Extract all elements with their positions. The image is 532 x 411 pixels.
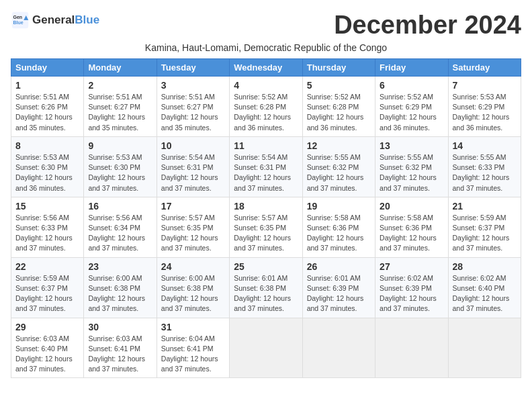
calendar-week-row: 15Sunrise: 5:56 AMSunset: 6:33 PMDayligh… <box>11 197 521 257</box>
calendar-day-cell: 23Sunrise: 6:00 AMSunset: 6:38 PMDayligh… <box>84 257 157 318</box>
calendar-day-cell: 11Sunrise: 5:54 AMSunset: 6:31 PMDayligh… <box>230 136 302 197</box>
day-info: Sunrise: 5:55 AMSunset: 6:32 PMDaylight:… <box>307 153 364 192</box>
day-number: 28 <box>453 261 517 272</box>
day-number: 8 <box>15 140 79 151</box>
day-info: Sunrise: 6:04 AMSunset: 6:41 PMDaylight:… <box>161 334 218 373</box>
calendar-week-row: 8Sunrise: 5:53 AMSunset: 6:30 PMDaylight… <box>11 136 521 197</box>
day-number: 4 <box>234 80 298 91</box>
day-info: Sunrise: 5:58 AMSunset: 6:36 PMDaylight:… <box>380 214 437 253</box>
calendar-day-cell: 28Sunrise: 6:02 AMSunset: 6:40 PMDayligh… <box>448 257 521 318</box>
calendar-day-cell: 17Sunrise: 5:57 AMSunset: 6:35 PMDayligh… <box>157 197 229 257</box>
calendar-day-cell: 20Sunrise: 5:58 AMSunset: 6:36 PMDayligh… <box>375 197 448 257</box>
calendar-day-cell: 6Sunrise: 5:52 AMSunset: 6:29 PMDaylight… <box>375 77 448 137</box>
day-info: Sunrise: 5:54 AMSunset: 6:31 PMDaylight:… <box>161 153 218 192</box>
day-number: 23 <box>88 261 152 272</box>
day-number: 15 <box>15 201 79 212</box>
calendar-day-cell: 14Sunrise: 5:55 AMSunset: 6:33 PMDayligh… <box>448 136 521 197</box>
day-info: Sunrise: 6:03 AMSunset: 6:41 PMDaylight:… <box>88 334 145 373</box>
day-number: 24 <box>161 261 225 272</box>
day-info: Sunrise: 5:59 AMSunset: 6:37 PMDaylight:… <box>15 274 73 313</box>
calendar-day-cell: 30Sunrise: 6:03 AMSunset: 6:41 PMDayligh… <box>84 318 157 378</box>
day-info: Sunrise: 5:54 AMSunset: 6:31 PMDaylight:… <box>234 153 291 192</box>
day-info: Sunrise: 5:56 AMSunset: 6:33 PMDaylight:… <box>15 214 73 253</box>
calendar-empty-cell <box>230 318 302 378</box>
logo-icon: Gen Blue <box>11 11 30 30</box>
calendar-day-cell: 25Sunrise: 6:01 AMSunset: 6:38 PMDayligh… <box>230 257 302 318</box>
calendar-day-cell: 7Sunrise: 5:53 AMSunset: 6:29 PMDaylight… <box>448 77 521 137</box>
day-number: 19 <box>307 201 371 212</box>
calendar-day-cell: 2Sunrise: 5:51 AMSunset: 6:27 PMDaylight… <box>84 77 157 137</box>
calendar-day-cell: 8Sunrise: 5:53 AMSunset: 6:30 PMDaylight… <box>11 136 84 197</box>
calendar-day-cell: 18Sunrise: 5:57 AMSunset: 6:35 PMDayligh… <box>230 197 302 257</box>
day-number: 17 <box>161 201 225 212</box>
calendar-day-cell: 15Sunrise: 5:56 AMSunset: 6:33 PMDayligh… <box>11 197 84 257</box>
header-sunday: Sunday <box>11 59 84 77</box>
day-info: Sunrise: 5:56 AMSunset: 6:34 PMDaylight:… <box>88 214 145 253</box>
day-number: 3 <box>161 80 225 91</box>
day-number: 13 <box>380 140 443 151</box>
logo: Gen Blue GeneralBlue <box>11 11 99 30</box>
day-info: Sunrise: 5:53 AMSunset: 6:29 PMDaylight:… <box>453 93 510 132</box>
day-number: 7 <box>453 80 517 91</box>
calendar-day-cell: 22Sunrise: 5:59 AMSunset: 6:37 PMDayligh… <box>11 257 84 318</box>
day-info: Sunrise: 6:00 AMSunset: 6:38 PMDaylight:… <box>88 274 145 313</box>
day-info: Sunrise: 5:55 AMSunset: 6:33 PMDaylight:… <box>453 153 510 192</box>
day-info: Sunrise: 5:58 AMSunset: 6:36 PMDaylight:… <box>307 214 364 253</box>
day-info: Sunrise: 5:59 AMSunset: 6:37 PMDaylight:… <box>453 214 510 253</box>
header-saturday: Saturday <box>448 59 521 77</box>
day-info: Sunrise: 6:02 AMSunset: 6:39 PMDaylight:… <box>380 274 437 313</box>
calendar-day-cell: 9Sunrise: 5:53 AMSunset: 6:30 PMDaylight… <box>84 136 157 197</box>
calendar-day-cell: 31Sunrise: 6:04 AMSunset: 6:41 PMDayligh… <box>157 318 229 378</box>
day-info: Sunrise: 5:51 AMSunset: 6:27 PMDaylight:… <box>88 93 145 132</box>
calendar-day-cell: 27Sunrise: 6:02 AMSunset: 6:39 PMDayligh… <box>375 257 448 318</box>
calendar-day-cell: 1Sunrise: 5:51 AMSunset: 6:26 PMDaylight… <box>11 77 84 137</box>
day-number: 27 <box>380 261 443 272</box>
calendar-day-cell: 13Sunrise: 5:55 AMSunset: 6:32 PMDayligh… <box>375 136 448 197</box>
day-info: Sunrise: 5:52 AMSunset: 6:29 PMDaylight:… <box>380 93 437 132</box>
calendar-week-row: 1Sunrise: 5:51 AMSunset: 6:26 PMDaylight… <box>11 77 521 137</box>
calendar-week-row: 29Sunrise: 6:03 AMSunset: 6:40 PMDayligh… <box>11 318 521 378</box>
calendar-day-cell: 10Sunrise: 5:54 AMSunset: 6:31 PMDayligh… <box>157 136 229 197</box>
day-number: 31 <box>161 322 225 332</box>
day-info: Sunrise: 6:00 AMSunset: 6:38 PMDaylight:… <box>161 274 218 313</box>
day-info: Sunrise: 5:57 AMSunset: 6:35 PMDaylight:… <box>161 214 218 253</box>
day-info: Sunrise: 5:53 AMSunset: 6:30 PMDaylight:… <box>88 153 145 192</box>
day-number: 9 <box>88 140 152 151</box>
day-number: 29 <box>15 322 79 332</box>
day-info: Sunrise: 5:55 AMSunset: 6:32 PMDaylight:… <box>380 153 437 192</box>
day-number: 1 <box>15 80 79 91</box>
month-title: December 2024 <box>334 11 521 40</box>
day-info: Sunrise: 5:52 AMSunset: 6:28 PMDaylight:… <box>307 93 364 132</box>
day-number: 26 <box>307 261 371 272</box>
calendar-table: SundayMondayTuesdayWednesdayThursdayFrid… <box>11 58 521 378</box>
day-number: 6 <box>380 80 443 91</box>
day-info: Sunrise: 6:03 AMSunset: 6:40 PMDaylight:… <box>15 334 73 373</box>
page-subtitle: Kamina, Haut-Lomami, Democratic Republic… <box>11 42 521 53</box>
calendar-day-cell: 26Sunrise: 6:01 AMSunset: 6:39 PMDayligh… <box>302 257 375 318</box>
day-info: Sunrise: 5:51 AMSunset: 6:26 PMDaylight:… <box>15 93 73 132</box>
calendar-empty-cell <box>448 318 521 378</box>
day-info: Sunrise: 6:02 AMSunset: 6:40 PMDaylight:… <box>453 274 510 313</box>
day-number: 25 <box>234 261 298 272</box>
logo-blue: Blue <box>75 13 99 26</box>
day-number: 20 <box>380 201 443 212</box>
day-info: Sunrise: 5:51 AMSunset: 6:27 PMDaylight:… <box>161 93 218 132</box>
header-friday: Friday <box>375 59 448 77</box>
day-number: 21 <box>453 201 517 212</box>
day-number: 12 <box>307 140 371 151</box>
calendar-day-cell: 24Sunrise: 6:00 AMSunset: 6:38 PMDayligh… <box>157 257 229 318</box>
day-info: Sunrise: 5:52 AMSunset: 6:28 PMDaylight:… <box>234 93 291 132</box>
day-info: Sunrise: 5:53 AMSunset: 6:30 PMDaylight:… <box>15 153 73 192</box>
calendar-day-cell: 19Sunrise: 5:58 AMSunset: 6:36 PMDayligh… <box>302 197 375 257</box>
day-number: 22 <box>15 261 79 272</box>
day-info: Sunrise: 5:57 AMSunset: 6:35 PMDaylight:… <box>234 214 291 253</box>
calendar-day-cell: 16Sunrise: 5:56 AMSunset: 6:34 PMDayligh… <box>84 197 157 257</box>
day-number: 14 <box>453 140 517 151</box>
calendar-day-cell: 4Sunrise: 5:52 AMSunset: 6:28 PMDaylight… <box>230 77 302 137</box>
header-thursday: Thursday <box>302 59 375 77</box>
header-monday: Monday <box>84 59 157 77</box>
logo-general: General <box>32 13 75 26</box>
calendar-day-cell: 21Sunrise: 5:59 AMSunset: 6:37 PMDayligh… <box>448 197 521 257</box>
day-number: 11 <box>234 140 298 151</box>
day-number: 30 <box>88 322 152 332</box>
